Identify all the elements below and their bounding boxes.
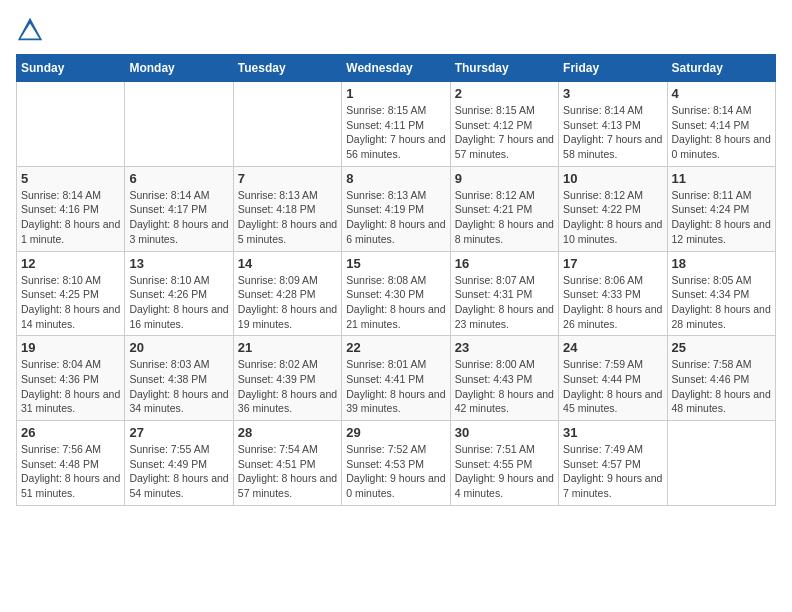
day-number: 31 [563,425,662,440]
day-detail: Sunrise: 7:51 AM Sunset: 4:55 PM Dayligh… [455,442,554,501]
day-number: 6 [129,171,228,186]
day-detail: Sunrise: 7:55 AM Sunset: 4:49 PM Dayligh… [129,442,228,501]
day-cell: 9Sunrise: 8:12 AM Sunset: 4:21 PM Daylig… [450,166,558,251]
day-number: 19 [21,340,120,355]
day-detail: Sunrise: 8:12 AM Sunset: 4:22 PM Dayligh… [563,188,662,247]
day-cell: 20Sunrise: 8:03 AM Sunset: 4:38 PM Dayli… [125,336,233,421]
day-number: 7 [238,171,337,186]
week-row-4: 19Sunrise: 8:04 AM Sunset: 4:36 PM Dayli… [17,336,776,421]
day-detail: Sunrise: 7:58 AM Sunset: 4:46 PM Dayligh… [672,357,771,416]
day-detail: Sunrise: 8:14 AM Sunset: 4:16 PM Dayligh… [21,188,120,247]
day-cell: 29Sunrise: 7:52 AM Sunset: 4:53 PM Dayli… [342,421,450,506]
day-cell: 17Sunrise: 8:06 AM Sunset: 4:33 PM Dayli… [559,251,667,336]
day-number: 18 [672,256,771,271]
day-detail: Sunrise: 8:13 AM Sunset: 4:18 PM Dayligh… [238,188,337,247]
day-cell: 14Sunrise: 8:09 AM Sunset: 4:28 PM Dayli… [233,251,341,336]
weekday-header-friday: Friday [559,55,667,82]
day-cell [17,82,125,167]
day-cell [125,82,233,167]
day-number: 9 [455,171,554,186]
day-number: 8 [346,171,445,186]
day-cell: 1Sunrise: 8:15 AM Sunset: 4:11 PM Daylig… [342,82,450,167]
day-detail: Sunrise: 7:49 AM Sunset: 4:57 PM Dayligh… [563,442,662,501]
day-cell: 7Sunrise: 8:13 AM Sunset: 4:18 PM Daylig… [233,166,341,251]
header [16,16,776,44]
day-detail: Sunrise: 8:10 AM Sunset: 4:26 PM Dayligh… [129,273,228,332]
day-detail: Sunrise: 7:52 AM Sunset: 4:53 PM Dayligh… [346,442,445,501]
day-cell: 31Sunrise: 7:49 AM Sunset: 4:57 PM Dayli… [559,421,667,506]
day-detail: Sunrise: 8:11 AM Sunset: 4:24 PM Dayligh… [672,188,771,247]
weekday-header-tuesday: Tuesday [233,55,341,82]
day-cell: 19Sunrise: 8:04 AM Sunset: 4:36 PM Dayli… [17,336,125,421]
day-cell [667,421,775,506]
day-detail: Sunrise: 8:00 AM Sunset: 4:43 PM Dayligh… [455,357,554,416]
weekday-header-thursday: Thursday [450,55,558,82]
day-number: 11 [672,171,771,186]
logo [16,16,48,44]
day-number: 24 [563,340,662,355]
day-cell: 15Sunrise: 8:08 AM Sunset: 4:30 PM Dayli… [342,251,450,336]
day-cell: 8Sunrise: 8:13 AM Sunset: 4:19 PM Daylig… [342,166,450,251]
day-cell: 16Sunrise: 8:07 AM Sunset: 4:31 PM Dayli… [450,251,558,336]
weekday-header-monday: Monday [125,55,233,82]
day-number: 21 [238,340,337,355]
day-number: 22 [346,340,445,355]
day-number: 25 [672,340,771,355]
day-cell: 4Sunrise: 8:14 AM Sunset: 4:14 PM Daylig… [667,82,775,167]
day-number: 17 [563,256,662,271]
day-number: 15 [346,256,445,271]
day-detail: Sunrise: 8:02 AM Sunset: 4:39 PM Dayligh… [238,357,337,416]
week-row-5: 26Sunrise: 7:56 AM Sunset: 4:48 PM Dayli… [17,421,776,506]
day-cell: 25Sunrise: 7:58 AM Sunset: 4:46 PM Dayli… [667,336,775,421]
day-number: 28 [238,425,337,440]
day-cell: 30Sunrise: 7:51 AM Sunset: 4:55 PM Dayli… [450,421,558,506]
day-number: 16 [455,256,554,271]
day-cell: 27Sunrise: 7:55 AM Sunset: 4:49 PM Dayli… [125,421,233,506]
weekday-header-sunday: Sunday [17,55,125,82]
day-detail: Sunrise: 8:15 AM Sunset: 4:11 PM Dayligh… [346,103,445,162]
day-number: 26 [21,425,120,440]
day-detail: Sunrise: 7:56 AM Sunset: 4:48 PM Dayligh… [21,442,120,501]
day-cell: 3Sunrise: 8:14 AM Sunset: 4:13 PM Daylig… [559,82,667,167]
day-cell: 22Sunrise: 8:01 AM Sunset: 4:41 PM Dayli… [342,336,450,421]
day-number: 30 [455,425,554,440]
week-row-2: 5Sunrise: 8:14 AM Sunset: 4:16 PM Daylig… [17,166,776,251]
day-detail: Sunrise: 8:05 AM Sunset: 4:34 PM Dayligh… [672,273,771,332]
day-number: 14 [238,256,337,271]
day-detail: Sunrise: 8:08 AM Sunset: 4:30 PM Dayligh… [346,273,445,332]
day-number: 13 [129,256,228,271]
day-number: 12 [21,256,120,271]
day-detail: Sunrise: 8:03 AM Sunset: 4:38 PM Dayligh… [129,357,228,416]
calendar-table: SundayMondayTuesdayWednesdayThursdayFrid… [16,54,776,506]
day-cell [233,82,341,167]
day-detail: Sunrise: 8:14 AM Sunset: 4:17 PM Dayligh… [129,188,228,247]
day-number: 2 [455,86,554,101]
day-number: 3 [563,86,662,101]
week-row-1: 1Sunrise: 8:15 AM Sunset: 4:11 PM Daylig… [17,82,776,167]
day-cell: 5Sunrise: 8:14 AM Sunset: 4:16 PM Daylig… [17,166,125,251]
day-number: 20 [129,340,228,355]
day-detail: Sunrise: 7:54 AM Sunset: 4:51 PM Dayligh… [238,442,337,501]
day-number: 5 [21,171,120,186]
day-detail: Sunrise: 8:04 AM Sunset: 4:36 PM Dayligh… [21,357,120,416]
day-detail: Sunrise: 8:14 AM Sunset: 4:13 PM Dayligh… [563,103,662,162]
day-detail: Sunrise: 8:14 AM Sunset: 4:14 PM Dayligh… [672,103,771,162]
day-detail: Sunrise: 8:06 AM Sunset: 4:33 PM Dayligh… [563,273,662,332]
day-number: 29 [346,425,445,440]
day-cell: 13Sunrise: 8:10 AM Sunset: 4:26 PM Dayli… [125,251,233,336]
day-detail: Sunrise: 8:13 AM Sunset: 4:19 PM Dayligh… [346,188,445,247]
day-cell: 6Sunrise: 8:14 AM Sunset: 4:17 PM Daylig… [125,166,233,251]
day-cell: 26Sunrise: 7:56 AM Sunset: 4:48 PM Dayli… [17,421,125,506]
weekday-header-row: SundayMondayTuesdayWednesdayThursdayFrid… [17,55,776,82]
weekday-header-saturday: Saturday [667,55,775,82]
day-detail: Sunrise: 8:07 AM Sunset: 4:31 PM Dayligh… [455,273,554,332]
day-detail: Sunrise: 8:01 AM Sunset: 4:41 PM Dayligh… [346,357,445,416]
day-number: 4 [672,86,771,101]
day-number: 1 [346,86,445,101]
day-detail: Sunrise: 8:10 AM Sunset: 4:25 PM Dayligh… [21,273,120,332]
day-cell: 12Sunrise: 8:10 AM Sunset: 4:25 PM Dayli… [17,251,125,336]
day-cell: 2Sunrise: 8:15 AM Sunset: 4:12 PM Daylig… [450,82,558,167]
day-detail: Sunrise: 8:09 AM Sunset: 4:28 PM Dayligh… [238,273,337,332]
day-number: 10 [563,171,662,186]
day-cell: 28Sunrise: 7:54 AM Sunset: 4:51 PM Dayli… [233,421,341,506]
